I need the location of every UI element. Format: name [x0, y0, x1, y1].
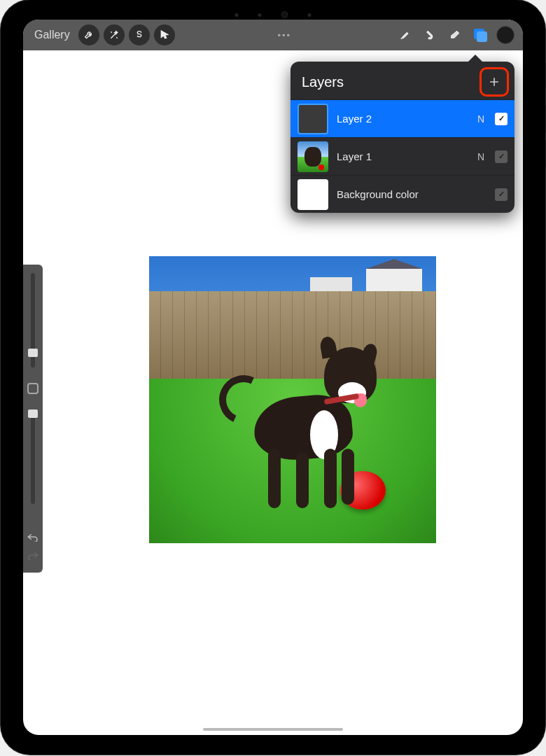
color-swatch-icon	[496, 26, 514, 44]
transform-button[interactable]	[154, 24, 175, 46]
screen: Gallery •••	[23, 20, 523, 735]
selection-button[interactable]	[129, 24, 150, 46]
popover-caret	[468, 55, 482, 62]
top-toolbar: Gallery •••	[23, 20, 523, 50]
layer-name-label: Layer 2	[337, 113, 467, 125]
undo-button[interactable]	[27, 532, 39, 545]
layer-name-label: Background color	[337, 188, 467, 200]
cursor-arrow-icon	[159, 29, 170, 41]
undo-icon	[27, 532, 39, 542]
side-toolbar	[23, 265, 43, 573]
wrench-icon	[83, 29, 94, 41]
redo-icon	[27, 550, 39, 560]
visibility-checkbox[interactable]	[495, 150, 507, 163]
blend-mode-label[interactable]: N	[475, 113, 486, 125]
blend-mode-label[interactable]: N	[475, 151, 486, 162]
settings-button[interactable]	[78, 24, 99, 46]
ipad-device-frame: Gallery •••	[1, 0, 545, 755]
device-camera-bar	[235, 11, 312, 18]
layers-button[interactable]	[470, 24, 491, 46]
visibility-checkbox[interactable]	[495, 188, 507, 201]
eraser-button[interactable]	[444, 24, 465, 46]
layer-name-label: Layer 1	[337, 150, 467, 162]
color-button[interactable]	[495, 24, 516, 46]
layer-thumbnail	[298, 179, 328, 210]
s-ribbon-icon	[134, 29, 145, 41]
magic-wand-icon	[108, 29, 120, 41]
top-toolbar-left: Gallery	[30, 24, 175, 46]
layer-thumbnail	[298, 104, 328, 134]
top-toolbar-right	[394, 24, 516, 46]
gallery-button[interactable]: Gallery	[30, 29, 74, 41]
visibility-checkbox[interactable]	[495, 113, 507, 125]
layer-row-background[interactable]: Background color	[290, 175, 514, 213]
redo-button[interactable]	[27, 550, 39, 563]
brush-size-slider[interactable]	[31, 273, 35, 368]
smudge-icon	[424, 29, 435, 41]
ellipsis-icon[interactable]: •••	[278, 30, 292, 41]
layers-title: Layers	[302, 74, 344, 90]
plus-icon	[487, 75, 501, 89]
add-layer-button[interactable]	[484, 71, 505, 92]
layers-header: Layers	[290, 62, 514, 99]
slider-thumb[interactable]	[28, 349, 38, 357]
layer-thumbnail	[298, 141, 328, 172]
home-indicator[interactable]	[203, 728, 343, 731]
brush-button[interactable]	[394, 24, 415, 46]
eraser-icon	[449, 29, 461, 41]
adjust-button[interactable]	[104, 24, 125, 46]
layer-row-layer-2[interactable]: Layer 2 N	[290, 99, 514, 137]
smudge-button[interactable]	[419, 24, 440, 46]
layer-row-layer-1[interactable]: Layer 1 N	[290, 137, 514, 175]
canvas-image[interactable]	[149, 256, 436, 543]
dog	[219, 312, 380, 508]
layers-icon	[472, 27, 488, 43]
modify-button[interactable]	[27, 383, 38, 394]
slider-thumb[interactable]	[28, 410, 38, 418]
brush-icon	[399, 29, 410, 41]
undo-redo-group	[23, 532, 43, 573]
opacity-slider[interactable]	[31, 410, 35, 504]
layers-popover: Layers Layer 2 N Layer 1 N	[290, 62, 514, 213]
